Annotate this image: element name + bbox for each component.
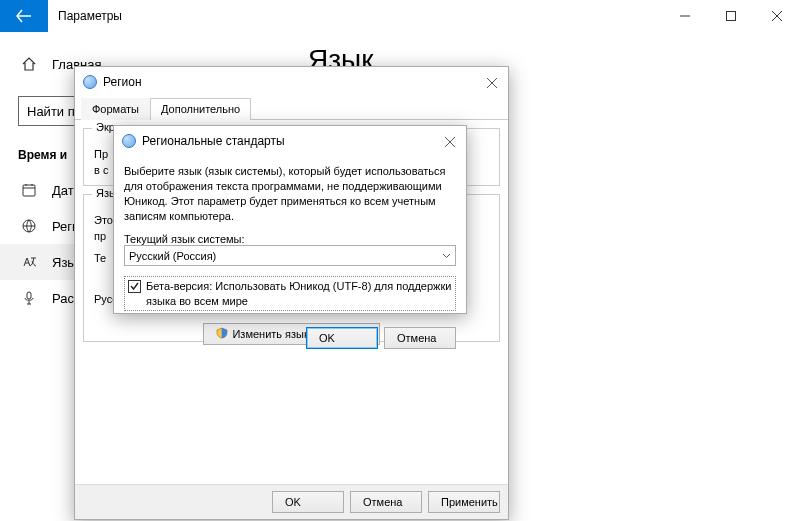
globe-icon <box>20 217 38 235</box>
tab-additional[interactable]: Дополнительно <box>150 98 251 120</box>
globe-icon <box>83 75 97 89</box>
regional-instruction: Выберите язык (язык системы), который бу… <box>124 164 456 223</box>
region-cancel[interactable]: Отмена <box>350 491 422 513</box>
regional-dialog-titlebar[interactable]: Региональные стандарты <box>114 126 466 156</box>
region-apply[interactable]: Применить <box>428 491 500 513</box>
region-buttons: OK Отмена Применить <box>75 484 508 519</box>
tab-formats[interactable]: Форматы <box>81 98 150 120</box>
maximize-button[interactable] <box>708 0 754 32</box>
settings-title: Параметры <box>58 9 122 23</box>
system-language-value: Русский (Россия) <box>129 250 216 262</box>
regional-standards-dialog: Региональные стандарты Выберите язык (яз… <box>113 125 467 314</box>
back-button[interactable] <box>0 0 48 32</box>
beta-utf8-checkbox-row[interactable]: Бета-версия: Использовать Юникод (UTF-8)… <box>124 276 456 311</box>
regional-buttons: OK Отмена <box>114 321 466 357</box>
region-tabs: Форматы Дополнительно <box>75 97 508 120</box>
close-button[interactable] <box>754 0 800 32</box>
regional-dialog-close[interactable] <box>440 132 460 152</box>
language-icon <box>20 253 38 271</box>
region-dialog-titlebar[interactable]: Регион <box>75 67 508 97</box>
svg-rect-0 <box>727 12 736 21</box>
chevron-down-icon <box>442 250 451 262</box>
region-dialog-title: Регион <box>103 75 142 89</box>
svg-rect-3 <box>27 292 31 299</box>
system-language-select[interactable]: Русский (Россия) <box>124 245 456 266</box>
mic-icon <box>20 289 38 307</box>
current-language-label: Текущий язык системы: <box>124 233 456 245</box>
minimize-button[interactable] <box>662 0 708 32</box>
region-ok[interactable]: OK <box>272 491 344 513</box>
regional-dialog-title: Региональные стандарты <box>142 134 285 148</box>
regional-cancel[interactable]: Отмена <box>384 327 456 349</box>
settings-titlebar: Параметры <box>0 0 800 32</box>
home-icon <box>20 55 38 73</box>
regional-ok[interactable]: OK <box>306 327 378 349</box>
globe-icon <box>122 134 136 148</box>
region-dialog-close[interactable] <box>482 73 502 93</box>
beta-utf8-checkbox[interactable] <box>128 280 141 293</box>
beta-utf8-label: Бета-версия: Использовать Юникод (UTF-8)… <box>146 279 452 308</box>
calendar-icon <box>20 181 38 199</box>
svg-rect-1 <box>23 185 35 196</box>
